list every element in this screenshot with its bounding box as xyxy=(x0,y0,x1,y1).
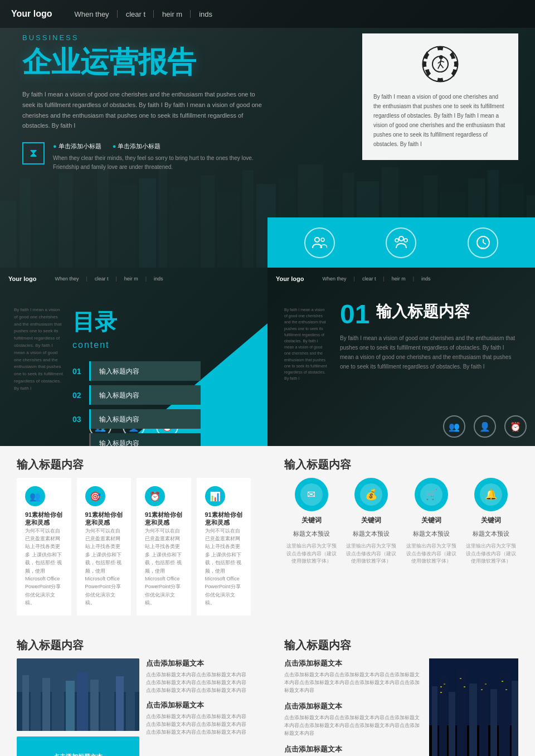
svg-rect-62 xyxy=(469,684,477,757)
svg-rect-9 xyxy=(170,187,198,268)
slide2-right-title: 输入标题内容 xyxy=(376,301,470,322)
right-article-title-1: 点击添加标题文本 xyxy=(284,658,422,668)
svg-text:24: 24 xyxy=(481,246,484,250)
svg-rect-5 xyxy=(98,167,109,268)
svg-line-32 xyxy=(440,64,444,68)
svg-point-35 xyxy=(315,238,319,242)
section3-title-left: 输入标题内容 xyxy=(17,457,251,472)
kw-title-3: 标题文本预设 xyxy=(473,530,509,538)
slide2-right-panel: Your logo When they | clear t | heir m |… xyxy=(268,268,535,446)
menu-bar-1: 输入标题内容 xyxy=(89,361,201,381)
card-1-desc: 为何不可以在自已意盈逛素材网站上寻找各类更多 上课供你和下载，包括那些 视频，使… xyxy=(85,527,123,607)
nav-item-1[interactable]: When they xyxy=(74,10,109,18)
menu-item-3: 03 输入标题内容 xyxy=(72,409,254,429)
card-3-icon: 📊 xyxy=(205,486,225,506)
svg-rect-11 xyxy=(217,192,240,268)
card-1-header: 🎯 xyxy=(85,486,123,506)
card-0-icon: 👥 xyxy=(25,486,45,506)
svg-rect-0 xyxy=(0,201,17,268)
logo: Your logo xyxy=(11,9,52,19)
svg-rect-55 xyxy=(126,671,135,731)
teal-icons-bar: 24 xyxy=(268,217,535,268)
mini-text-block: By faith I mean a vision of good one che… xyxy=(14,307,64,446)
slide1-left-content: BUSSINESS 企业运营报告 By faith I mean a visio… xyxy=(22,33,262,172)
right-article-1: 点击添加标题文本 点击添加标题文本内容点击添加标题文本内容点击添加标题文本内容点… xyxy=(284,658,422,695)
card-1-title: 91素材给你创意和灵感 xyxy=(85,511,123,527)
mini-nav-4: inds xyxy=(149,276,168,282)
slide2-right-content: By faith I mean a vision of good one che… xyxy=(268,268,535,398)
keywords-section: ✉ 关键词 标题文本预设 这里输出内容为文字预设点击修改内容（建议使用微软雅字体… xyxy=(268,475,535,627)
card-3-header: 📊 xyxy=(205,486,243,506)
kw-desc-0: 这里输出内容为文字预设点击修改内容（建议使用微软雅字体） xyxy=(284,542,339,565)
slide2-right-desc: By faith I mean a vision of good one che… xyxy=(340,333,518,371)
hero-description: By faith I mean a vision of good one che… xyxy=(22,89,262,131)
menu-bar-4: 输入标题内容 xyxy=(89,433,201,446)
card-2: ⏰ 91素材给你创意和灵感 为何不可以在自已意盈逛素材网站上寻找各类更多 上课供… xyxy=(137,478,191,616)
menu-bar-text-1: 输入标题内容 xyxy=(99,367,139,375)
card-description: By faith I mean a vision of good one che… xyxy=(373,92,507,149)
svg-rect-71 xyxy=(460,678,461,679)
svg-rect-76 xyxy=(505,689,507,690)
svg-rect-72 xyxy=(464,686,465,687)
svg-rect-50 xyxy=(66,681,75,731)
section3-title-right: 输入标题内容 xyxy=(284,457,518,472)
svg-rect-49 xyxy=(52,667,64,731)
mini-nav-1: When they xyxy=(51,276,84,282)
section3-headers: 输入标题内容 输入标题内容 xyxy=(0,446,535,475)
kw-desc-2: 这里输出内容为文字预设点击修改内容（建议使用微软雅字体） xyxy=(404,542,459,565)
slide2-right-mini-text: By faith I mean a vision of good one che… xyxy=(284,307,329,381)
mini-nav-3: heir m xyxy=(120,276,143,282)
slide1-info-card: By faith I mean a vision of good one che… xyxy=(362,33,518,160)
nav-item-4[interactable]: inds xyxy=(199,10,212,18)
mini-logo: Your logo xyxy=(8,275,37,282)
svg-rect-8 xyxy=(159,162,167,268)
menu-bar-text-4: 输入标题内容 xyxy=(99,439,139,446)
hourglass-icon: ⧗ xyxy=(22,142,45,164)
menu-item-2: 02 输入标题内容 xyxy=(72,385,254,405)
menu-bar-3: 输入标题内容 xyxy=(89,409,201,429)
kw-title-0: 标题文本预设 xyxy=(293,530,330,538)
nav-item-3[interactable]: heir m xyxy=(162,10,182,18)
svg-rect-47 xyxy=(31,670,41,731)
svg-rect-51 xyxy=(77,672,88,731)
svg-rect-73 xyxy=(481,689,483,690)
slide2-left-panel: Your logo When they | clear t | heir m |… xyxy=(0,268,268,446)
section4-header-right: 输入标题内容 xyxy=(268,627,535,656)
img-right-col: 点击添加标题文本 点击添加标题文本内容点击添加标题文本内容点击添加标题文本内容点… xyxy=(146,658,251,757)
svg-rect-68 xyxy=(440,686,442,687)
kw-label-2: 关键词 xyxy=(421,516,441,525)
night-city-image xyxy=(429,658,518,757)
nav-bar: Your logo When they clear t heir m inds xyxy=(0,0,535,28)
article-desc-2: 点击添加标题文本内容点击添加标题文本内容点击添加标题文本内容点击添加标题文本内容… xyxy=(146,713,251,736)
bullet-label-1: 单击添加小标题 xyxy=(53,142,101,151)
svg-rect-3 xyxy=(59,173,72,268)
svg-rect-54 xyxy=(116,676,124,731)
kw-icon-1: 💰 xyxy=(354,478,388,511)
kw-label-3: 关键词 xyxy=(481,516,501,525)
city-image-1 xyxy=(17,658,139,731)
section4-title-left: 输入标题内容 xyxy=(17,638,251,653)
svg-rect-65 xyxy=(499,672,510,757)
kw-label-1: 关键词 xyxy=(361,516,381,525)
svg-line-42 xyxy=(483,243,486,244)
right-article-title-2: 点击添加标题文本 xyxy=(284,701,422,711)
kw-card-1: 💰 关键词 标题文本预设 这里输出内容为文字预设点击修改内容（建议使用微软雅字体… xyxy=(344,478,399,565)
bullet-labels: 单击添加小标题 单击添加小标题 xyxy=(53,142,262,151)
section4-left: 点击添加标题文本 点击添加标题文本内容点击添加标题文本内容点击添加标题文本内容点… xyxy=(0,656,268,757)
svg-line-31 xyxy=(438,64,440,69)
slide1-hero: Your logo When they clear t heir m inds … xyxy=(0,0,535,268)
text-articles: 点击添加标题文本 点击添加标题文本内容点击添加标题文本内容点击添加标题文本内容点… xyxy=(284,658,422,757)
svg-rect-6 xyxy=(111,184,137,268)
main-title: 企业运营报告 xyxy=(22,46,262,78)
menu-bar-text-2: 输入标题内容 xyxy=(99,391,139,399)
svg-rect-64 xyxy=(490,689,497,757)
section4-title-right: 输入标题内容 xyxy=(284,638,518,653)
slide2-two-col: Your logo When they | clear t | heir m |… xyxy=(0,268,535,446)
svg-rect-1 xyxy=(20,178,31,268)
cards-section: 👥 91素材给你创意和灵感 为何不可以在自已意盈逛素材网站上寻找各类更多 上课供… xyxy=(0,475,268,627)
img-text-item-1: 点击添加标题文本 点击添加标题文本内容点击添加标题文本内容点击添加标题文本内容点… xyxy=(146,658,251,695)
sub-description: When they clear their minds, they feel s… xyxy=(53,154,262,172)
kw-card-0: ✉ 关键词 标题文本预设 这里输出内容为文字预设点击修改内容（建议使用微软雅字体… xyxy=(284,478,339,565)
nav-item-2[interactable]: clear t xyxy=(126,10,145,18)
kw-title-2: 标题文本预设 xyxy=(413,530,450,538)
